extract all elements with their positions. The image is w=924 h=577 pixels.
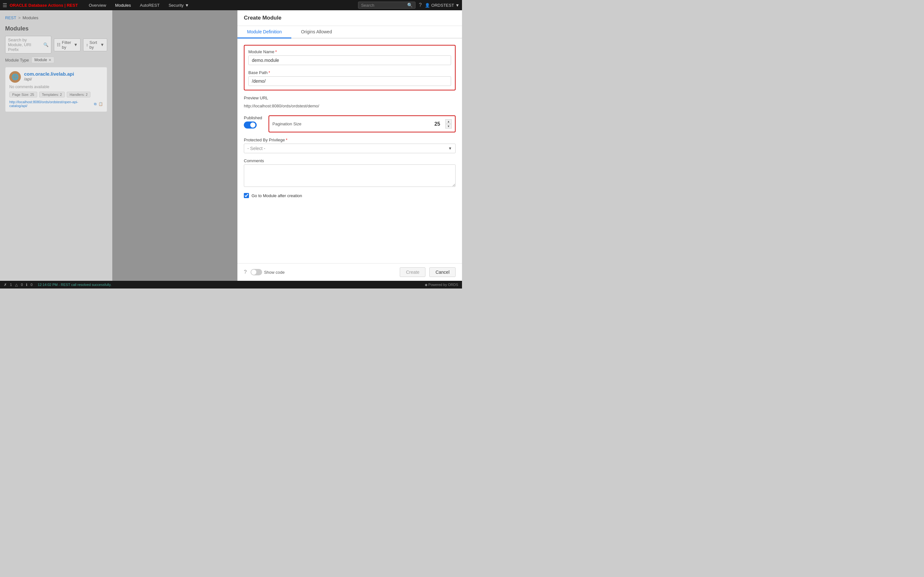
go-to-module-checkbox[interactable] [244,193,249,198]
module-name-input[interactable] [248,55,451,65]
nav-right: 🔍 ? 👤 ORDSTEST ▼ [358,2,459,9]
base-path-input[interactable] [248,76,451,86]
dialog-title: Create Module [237,10,462,26]
search-input[interactable] [361,3,406,8]
module-type-row: Module Type Module ✕ [5,57,107,63]
published-toggle[interactable] [244,121,257,129]
module-badge-remove[interactable]: ✕ [48,58,51,62]
ords-icon: ◆ [425,283,427,287]
show-code-label: Show code [264,270,284,275]
menu-icon[interactable]: ☰ [3,2,7,8]
external-link-icon[interactable]: ⧉ [94,102,97,106]
nav-autorest[interactable]: AutoREST [136,0,164,10]
module-name: com.oracle.livelab.api [24,71,74,77]
module-globe-icon: 🌐 [9,71,21,83]
search-icon: 🔍 [407,3,413,8]
oracle-text: ORACLE Database Actions | REST [10,3,78,8]
nav-overview[interactable]: Overview [84,0,111,10]
protected-by-label: Protected By Privilege * [244,137,456,142]
warning-count: 0 [21,283,23,287]
sort-arrow: ▼ [100,42,104,47]
footer-help-icon[interactable]: ? [244,269,247,275]
comments-label: Comments [244,158,456,163]
sort-icon: ↕ [86,42,88,47]
pagination-size-value: 25 [435,121,444,127]
nav-security-arrow: ▼ [185,3,189,8]
pagination-up-arrow[interactable]: ▲ [445,119,452,124]
dialog-body: Module Name * Base Path * [237,39,462,263]
user-name: ORDSTEST [431,3,454,8]
filter-icon: ☷ [57,42,61,47]
pagination-size-group: Pagination Size 25 ▲ ▼ [268,115,456,132]
user-icon: 👤 [425,3,430,8]
error-count: 1 [10,283,12,287]
module-card-header: 🌐 com.oracle.livelab.api /api/ [9,71,103,83]
nav-items: Overview Modules AutoREST Security ▼ [84,0,194,10]
dialog-footer: ? Show code Create Cancel [237,263,462,281]
module-path: /api/ [24,77,74,81]
module-tags: Page Size: 25 Templates: 2 Handlers: 2 [9,92,103,97]
brand-logo: ORACLE Database Actions | REST [10,3,78,8]
breadcrumb-separator: > [18,15,21,20]
create-button[interactable]: Create [400,268,425,277]
protected-by-group: Protected By Privilege * - Select - ▼ [244,137,456,153]
create-module-dialog: Create Module Module Definition Origins … [237,10,462,281]
status-message: 12:14:02 PM - REST call resolved success… [37,283,111,287]
module-search-input[interactable]: Search by Module, URI Prefix 🔍 [5,36,51,53]
module-search-icon: 🔍 [43,42,48,47]
breadcrumb: REST > Modules [5,15,107,20]
filter-label: Filter by [62,40,73,50]
tab-module-definition[interactable]: Module Definition [237,26,291,39]
powered-by-text: Powered by ORDS [428,283,458,287]
base-path-required: * [268,71,270,75]
status-bar: ✗ 1 △ 0 ℹ 0 12:14:02 PM - REST call reso… [0,281,462,288]
preview-url-value: http://localhost:8080/ords/ordstest/demo… [244,102,456,110]
warning-icon: △ [15,283,18,287]
copy-icon[interactable]: 📋 [99,102,103,106]
nav-security[interactable]: Security ▼ [164,0,194,10]
powered-by: ◆ Powered by ORDS [425,283,458,287]
sort-button[interactable]: ↕ Sort by ▼ [83,39,107,51]
search-filter-row: Search by Module, URI Prefix 🔍 ☷ Filter … [5,36,107,53]
search-box[interactable]: 🔍 [358,2,415,9]
pagination-size-label: Pagination Size [272,121,301,126]
show-code-toggle: Show code [250,269,284,276]
tab-origins-allowed[interactable]: Origins Allowed [291,26,342,39]
filter-button[interactable]: ☷ Filter by ▼ [54,39,81,51]
module-card[interactable]: 🌐 com.oracle.livelab.api /api/ No commen… [5,67,107,112]
show-code-slider[interactable] [250,269,262,276]
module-url[interactable]: http://localhost:8080/ords/ordstest/open… [9,100,103,108]
go-to-module-row: Go to Module after creation [244,193,456,198]
page-title: Modules [5,25,107,32]
tag-handlers: Handlers: 2 [67,92,90,97]
pagination-down-arrow[interactable]: ▼ [445,124,452,129]
go-to-module-label: Go to Module after creation [252,193,302,198]
status-icons: ✗ 1 △ 0 ℹ 0 [4,283,32,287]
module-url-text: http://localhost:8080/ords/ordstest/open… [9,100,92,108]
tag-templates: Templates: 2 [39,92,65,97]
pagination-controls: 25 ▲ ▼ [435,119,452,129]
protected-by-select[interactable]: - Select - ▼ [244,143,456,153]
user-arrow: ▼ [455,3,459,8]
breadcrumb-modules: Modules [23,15,38,20]
published-label: Published [244,115,262,120]
select-arrow: ▼ [448,146,452,151]
help-icon[interactable]: ? [419,2,422,8]
module-name-label: Module Name * [248,49,451,54]
user-info[interactable]: 👤 ORDSTEST ▼ [425,3,459,8]
base-path-label: Base Path * [248,70,451,75]
cancel-button[interactable]: Cancel [429,268,456,277]
highlighted-fields-box: Module Name * Base Path * [244,45,456,90]
breadcrumb-rest[interactable]: REST [5,15,16,20]
nav-modules[interactable]: Modules [111,0,136,10]
show-code-knob [251,269,256,275]
info-icon: ℹ [26,283,27,287]
tag-page-size: Page Size: 25 [9,92,37,97]
pagination-size-box: Pagination Size 25 ▲ ▼ [268,115,456,132]
toggle-slider [244,121,257,129]
module-name-group: Module Name * [248,49,451,65]
pagination-arrows: ▲ ▼ [445,119,452,129]
comments-textarea[interactable] [244,164,456,187]
module-search-placeholder: Search by Module, URI Prefix [8,37,42,52]
base-path-group: Base Path * [248,70,451,86]
